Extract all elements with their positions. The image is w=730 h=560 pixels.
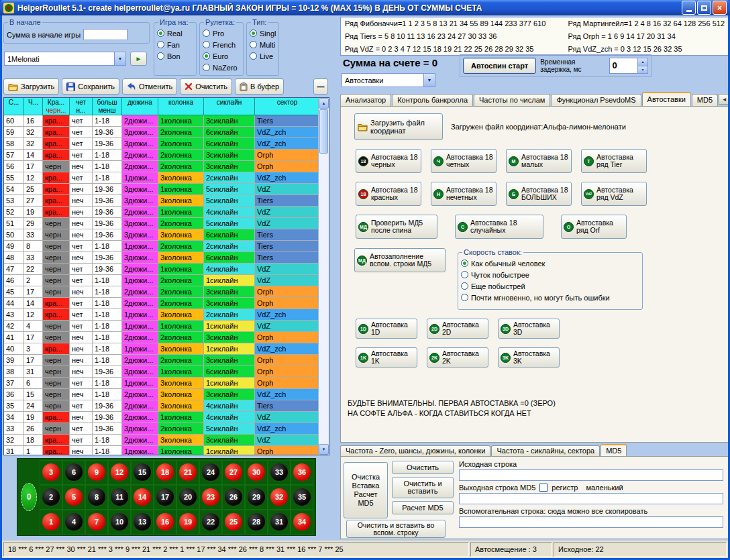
load-coords-button[interactable]: Загрузить файл координат xyxy=(354,113,443,140)
autobets-select[interactable]: Автоставки ▼ xyxy=(342,73,435,87)
autobet-button[interactable]: САвтоставка 18 случайных xyxy=(455,215,543,239)
md5-clear-paste-button[interactable]: Очистить и вставить xyxy=(392,477,454,498)
md5-clear-button[interactable]: Очистить xyxy=(392,461,454,474)
board-number-13[interactable]: 13 xyxy=(131,510,154,535)
board-number-17[interactable]: 17 xyxy=(154,485,176,510)
scroll-thumb[interactable] xyxy=(319,109,328,154)
scroll-up-button[interactable]: ▲ xyxy=(319,98,329,109)
autobet-button[interactable]: 2KАвтоставка 2K xyxy=(427,347,488,368)
play-button[interactable]: ► xyxy=(130,52,147,66)
table-row[interactable]: 3917черннеч1-182дюжи...2колонка3сиклайнO… xyxy=(4,355,329,366)
board-number-5[interactable]: 5 xyxy=(62,485,85,510)
radio-Pro[interactable]: Pro xyxy=(203,27,240,39)
board-number-15[interactable]: 15 xyxy=(131,460,154,485)
undo-button[interactable]: Отменить xyxy=(122,78,177,95)
board-number-0[interactable]: 0 xyxy=(18,483,40,511)
column-header[interactable]: сиклайн xyxy=(204,98,255,115)
autospin-start-button[interactable]: Автоспин старт xyxy=(463,58,536,74)
tab-Контроль банкролла[interactable]: Контроль банкролла xyxy=(392,94,473,106)
board-number-35[interactable]: 35 xyxy=(291,485,313,510)
table-row[interactable]: 5129черннеч19-363дюжи...2колонка5сиклайн… xyxy=(4,218,329,229)
board-number-2[interactable]: 2 xyxy=(40,485,62,510)
autobet-button[interactable]: VdZАвтоставка ряд VdZ xyxy=(581,182,647,206)
board-number-22[interactable]: 22 xyxy=(199,510,222,535)
radio-Еще побыстрей[interactable]: Еще побыстрей xyxy=(461,280,639,292)
radio-Multi[interactable]: Multi xyxy=(250,39,276,50)
table-scrollbar[interactable]: ▲ ▼ xyxy=(318,98,329,455)
radio-Как обычный человек[interactable]: Как обычный человек xyxy=(461,258,639,269)
table-row[interactable]: 4722чернчет19-362дюжи...1колонка4сиклайн… xyxy=(4,264,329,275)
radio-French[interactable]: French xyxy=(203,39,240,50)
board-number-23[interactable]: 23 xyxy=(199,485,222,510)
tab-Анализатор[interactable]: Анализатор xyxy=(340,94,391,106)
radio-Singl[interactable]: Singl xyxy=(250,27,276,39)
board-number-12[interactable]: 12 xyxy=(108,460,131,485)
column-header[interactable]: Ч... xyxy=(24,98,43,115)
table-row[interactable]: 4517черннеч1-182дюжи...2колонка3сиклайнO… xyxy=(4,286,329,298)
bottom-tab-Частота - Zero, шансы, дюжины, колонки[interactable]: Частота - Zero, шансы, дюжины, колонки xyxy=(340,445,490,456)
table-row[interactable]: 376чернчет1-181дюжи...3колонка1сиклайнOr… xyxy=(4,378,329,389)
clear-button[interactable]: Очистить xyxy=(180,78,232,95)
board-number-24[interactable]: 24 xyxy=(199,460,222,485)
md5-aux-input[interactable] xyxy=(459,516,723,528)
table-row[interactable]: 462чернчет1-181дюжи...2колонка1сиклайнVd… xyxy=(4,275,329,286)
column-header[interactable]: сектор xyxy=(255,98,319,115)
radio-Real[interactable]: Real xyxy=(157,27,193,39)
tab-Функционал PsevdoMS[interactable]: Функционал PsevdoMS xyxy=(551,94,641,106)
column-header[interactable]: большменш xyxy=(93,98,122,115)
autobet-button[interactable]: 3DАвтоставка 3D xyxy=(498,319,560,339)
board-number-29[interactable]: 29 xyxy=(245,485,268,510)
board-number-10[interactable]: 10 xyxy=(108,510,131,535)
autobet-button[interactable]: МАвтоставка 18 малых xyxy=(506,149,572,173)
scroll-down-button[interactable]: ▼ xyxy=(319,444,329,455)
board-number-36[interactable]: 36 xyxy=(291,460,313,485)
bottom-tab-MD5[interactable]: MD5 xyxy=(601,444,627,456)
table-row[interactable]: 6016кра...чет1-182дюжи...1колонка3сиклай… xyxy=(4,115,329,127)
md5-output-input[interactable] xyxy=(459,493,723,504)
table-row[interactable]: 3419кра...неч19-362дюжи...1колонка4сикла… xyxy=(4,412,329,423)
radio-Почти мгновенно, но могут быть ошибки[interactable]: Почти мгновенно, но могут быть ошибки xyxy=(461,292,639,303)
board-number-18[interactable]: 18 xyxy=(154,460,176,485)
autobet-button[interactable]: МДПроверить МД5 после спина xyxy=(356,215,437,239)
board-number-1[interactable]: 1 xyxy=(40,510,62,535)
md5-calc-button[interactable]: Расчет MD5 xyxy=(392,501,454,514)
tabs-scroll-left-icon[interactable]: ◄ xyxy=(719,94,728,105)
column-header[interactable]: дюжина xyxy=(122,98,158,115)
table-row[interactable]: 4414кра...чет1-182дюжи...2колонка3сиклай… xyxy=(4,298,329,309)
board-number-9[interactable]: 9 xyxy=(85,460,108,485)
table-row[interactable]: 5932кра...чет19-363дюжи...2колонка6сикла… xyxy=(4,127,329,138)
table-row[interactable]: 5714кра...чет1-182дюжи...2колонка3сиклай… xyxy=(4,150,329,161)
table-row[interactable]: 3326чернчет19-363дюжи...2колонка5сиклайн… xyxy=(4,423,329,435)
column-header[interactable]: С... xyxy=(4,98,24,115)
table-row[interactable]: 5617черннеч1-182дюжи...2колонка3сиклайнO… xyxy=(4,161,329,172)
autobet-button[interactable]: 2DАвтоставка 2D xyxy=(427,319,488,339)
autobet-button[interactable]: 3KАвтоставка 3K xyxy=(498,347,560,368)
radio-Чуток побыстрее[interactable]: Чуток побыстрее xyxy=(461,269,639,280)
board-number-19[interactable]: 19 xyxy=(176,510,199,535)
table-row[interactable]: 5219кра...неч19-362дюжи...1колонка4сикла… xyxy=(4,207,329,218)
tab-Частоты по числам[interactable]: Частоты по числам xyxy=(474,94,550,106)
board-number-31[interactable]: 31 xyxy=(268,510,291,535)
spinner-down-button[interactable]: ▼ xyxy=(638,66,647,74)
radio-Live[interactable]: Live xyxy=(250,50,276,62)
radio-Bon[interactable]: Bon xyxy=(157,50,193,62)
md5-source-input[interactable] xyxy=(459,469,723,481)
table-row[interactable]: 3831черннеч19-363дюжи...1колонка6сиклайн… xyxy=(4,366,329,378)
board-number-27[interactable]: 27 xyxy=(222,460,245,485)
table-row[interactable]: 3218кра...чет1-182дюжи...3колонка3сиклай… xyxy=(4,435,329,446)
table-row[interactable]: 4833черннеч19-363дюжи...3колонка6сиклайн… xyxy=(4,252,329,264)
board-number-6[interactable]: 6 xyxy=(62,460,85,485)
board-number-14[interactable]: 14 xyxy=(131,485,154,510)
board-number-11[interactable]: 11 xyxy=(108,485,131,510)
radio-Euro[interactable]: Euro xyxy=(203,50,240,62)
table-row[interactable]: 4117черннеч1-182дюжи...2колонка3сиклайнO… xyxy=(4,332,329,343)
board-number-26[interactable]: 26 xyxy=(222,485,245,510)
autobet-button[interactable]: ОАвтоставка ряд Orf xyxy=(561,215,627,239)
md5-big-button[interactable]: Очистка Вставка Расчет MD5 xyxy=(344,462,388,518)
autobet-button[interactable]: 18Автоставка 18 черных xyxy=(356,149,421,173)
table-row[interactable]: 3524чернчет19-362дюжи...3колонка4сиклайн… xyxy=(4,400,329,412)
table-row[interactable]: 5425кра...неч19-363дюжи...1колонка5сикла… xyxy=(4,184,329,195)
autobet-button[interactable]: 1KАвтоставка 1K xyxy=(356,347,417,368)
board-number-3[interactable]: 3 xyxy=(40,460,62,485)
tab-Автоставки[interactable]: Автоставки xyxy=(642,92,691,106)
